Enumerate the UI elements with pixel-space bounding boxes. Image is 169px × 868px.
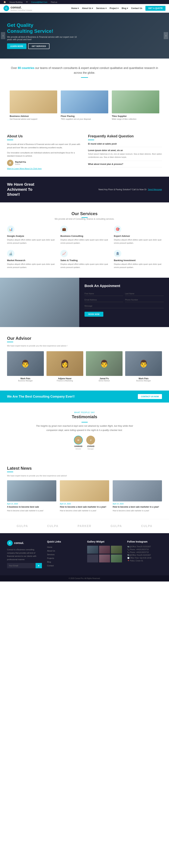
book-submit[interactable]: BOOK NOW bbox=[84, 312, 103, 317]
footer-link-4: Projects bbox=[47, 557, 82, 559]
advisor-4: 👨 Mark Pais Business Manager bbox=[125, 351, 162, 382]
logo-text: consul. bbox=[10, 6, 22, 9]
book-firstname[interactable] bbox=[84, 291, 123, 296]
book-email[interactable] bbox=[84, 298, 123, 302]
footer-link-contact[interactable]: Contact bbox=[47, 564, 54, 567]
footer-link-blog[interactable]: Blog bbox=[47, 561, 51, 563]
book-phone[interactable] bbox=[125, 298, 164, 302]
avatar-name-2: JOHNAB bbox=[86, 445, 95, 447]
hero-buttons: LEARN MORE GET SERVICES bbox=[7, 43, 77, 49]
faq-q1[interactable]: El mund sidet ut salets posit bbox=[88, 143, 162, 145]
insta-icon-2: 📷 bbox=[127, 554, 129, 556]
location-icon: 📍 bbox=[127, 560, 129, 562]
footer-subscribe-btn[interactable]: ➤ bbox=[36, 563, 42, 568]
nav-links: Home ▾ About Us ▾ Services ▾ Project ▾ B… bbox=[71, 6, 166, 11]
hero-learn-more[interactable]: LEARN MORE bbox=[7, 43, 26, 49]
footer-email-input[interactable] bbox=[7, 563, 36, 568]
gallery-thumb-6[interactable] bbox=[111, 555, 122, 562]
hero-arrow-left[interactable]: ‹ bbox=[1, 32, 5, 39]
nav-home[interactable]: Home ▾ bbox=[71, 7, 79, 9]
insta-3: 📞 Phone: +441013023719 bbox=[127, 551, 162, 553]
book-contact-row bbox=[84, 298, 164, 302]
advisor-1: 👨 Mark Pais Business Manager bbox=[7, 351, 44, 382]
insta-icon-1: 📷 bbox=[127, 546, 129, 548]
advisor-img-2: 👩 bbox=[46, 351, 83, 376]
advisor-img-3: 👨 bbox=[86, 351, 123, 376]
service-card-title-1: Business Advisor bbox=[10, 115, 57, 117]
news-desc-1: How to become a best sale marketer in a … bbox=[7, 509, 56, 512]
svc-desc-2: Dispitus aliquid officit oblites optio q… bbox=[60, 238, 108, 245]
book-lastname[interactable] bbox=[125, 291, 164, 296]
news-card-3: April 14, 2020 How to become a best sale… bbox=[113, 480, 162, 512]
faq-q2[interactable]: Lorem ipsum dolor sit amet, vix an bbox=[88, 149, 162, 152]
top-bar-email-icon: ✉ bbox=[26, 1, 28, 3]
footer-gallery-col: Gallery Widget bbox=[87, 540, 122, 568]
nav-blog[interactable]: Blog ▾ bbox=[122, 7, 128, 9]
top-bar-email[interactable]: Consul@Mail.Com bbox=[31, 1, 47, 3]
news-title: Latest News bbox=[7, 466, 162, 471]
testimonials-line bbox=[81, 422, 88, 423]
hero-title: Get Quality Consulting Service! bbox=[7, 22, 77, 34]
footer-link-projects[interactable]: Projects bbox=[47, 557, 54, 559]
insta-2: 📞 Phone: +441013023719 bbox=[127, 549, 162, 551]
about-link[interactable]: Want to Learn More About Us Click here bbox=[7, 167, 81, 169]
nav-project[interactable]: Project ▾ bbox=[110, 7, 119, 9]
testimonial-person-1[interactable]: H HANNIAB Director bbox=[74, 436, 83, 450]
footer-link-services[interactable]: Services bbox=[47, 554, 55, 556]
footer-logo: C consul. bbox=[7, 540, 42, 546]
advisor-name-3: Jamal Fu bbox=[86, 377, 123, 380]
nav-about[interactable]: About Us ▾ bbox=[82, 7, 93, 9]
gallery-thumb-4[interactable] bbox=[87, 555, 98, 562]
testimonials-title: Testimonials bbox=[14, 414, 155, 419]
footer-link-home[interactable]: Home bbox=[47, 546, 52, 548]
footer-links-list: Home About Us Services Projects Blog Con… bbox=[47, 546, 82, 567]
logo-sub: Business Consulting Company bbox=[10, 9, 32, 11]
footer-link-about[interactable]: About Us bbox=[47, 550, 55, 552]
partners-section: GULPA CULPA PARKER GULPA CULPA bbox=[0, 519, 169, 533]
our-services-sub: We provide all kind of Consulting, finan… bbox=[7, 218, 162, 220]
faq-line bbox=[88, 140, 94, 140]
best-banner: We Are The Best Consulting Company Ever!… bbox=[0, 391, 169, 403]
phone-icon-2: 📞 bbox=[127, 551, 129, 553]
hero-get-services[interactable]: GET SERVICES bbox=[28, 43, 49, 49]
about-text1: We provide all kind of Business & Financ… bbox=[7, 143, 81, 149]
news-title-3: How to become a best sale marketer in a … bbox=[113, 505, 162, 508]
achievement-title: We Have Great Achivment To Show!! bbox=[7, 182, 34, 197]
service-card-desc-1: Get financial advice and support bbox=[10, 118, 57, 120]
navbar: C consul. Business Consulting Company Ho… bbox=[0, 4, 169, 13]
svc-title-1: Google Analyze bbox=[7, 235, 55, 237]
nav-services[interactable]: Services ▾ bbox=[96, 7, 106, 9]
faq-item-3: What about invest plan & process? bbox=[88, 163, 162, 167]
phone-icon-1: 📞 bbox=[127, 549, 129, 551]
svc-icon-5: 📈 bbox=[60, 250, 68, 257]
gallery-thumb-2[interactable] bbox=[99, 546, 110, 554]
nav-contact[interactable]: Contact Us bbox=[131, 7, 142, 9]
faq-q3[interactable]: What about invest plan & process? bbox=[88, 163, 162, 165]
gallery-thumb-1[interactable] bbox=[87, 546, 98, 554]
service-card-desc-2: 7501 suppliers are at your disposal bbox=[61, 118, 108, 120]
svc-google-analyze: 📊 Google Analyze Dispitus aliquid offici… bbox=[7, 225, 55, 245]
news-grid: April 14, 2020 A business to become best… bbox=[7, 480, 162, 512]
advisor-line bbox=[7, 342, 13, 342]
testimonial-person-2[interactable]: J JOHNAB Manager bbox=[86, 436, 95, 450]
news-img-3 bbox=[113, 480, 162, 501]
gallery-thumb-3[interactable] bbox=[111, 546, 122, 554]
about-section: About Us We provide all kind of Business… bbox=[7, 134, 81, 169]
news-img-2 bbox=[60, 480, 109, 501]
our-services-section: Our Services We provide all kind of Cons… bbox=[0, 203, 169, 278]
insta-6: 📍 Police, Crown St. bbox=[127, 560, 162, 562]
news-desc-3: How to become a best safe marketer in a … bbox=[113, 509, 162, 512]
about-line bbox=[7, 140, 13, 140]
hero-arrow-right[interactable]: › bbox=[164, 32, 168, 39]
partner-4: GULPA bbox=[110, 525, 122, 528]
achievement-link[interactable]: Send Message bbox=[148, 188, 162, 191]
advisor-2: 👩 Adjane Hauer Finance & Marketing bbox=[46, 351, 83, 382]
nav-cta[interactable]: GET A QUOTE bbox=[145, 6, 166, 11]
svc-title-5: Sales & Trading bbox=[60, 259, 108, 262]
gallery-thumb-5[interactable] bbox=[99, 555, 110, 562]
footer-instagram-col: Follow Instagram 📷 @Office.Time25-010315… bbox=[127, 540, 162, 568]
book-message[interactable] bbox=[84, 304, 164, 308]
best-banner-btn[interactable]: CONTACT US NOW bbox=[138, 394, 162, 399]
svc-desc-5: Dispitus aliquid officit oblites optio q… bbox=[60, 263, 108, 269]
stats-section: Over 80 countries our teams of research … bbox=[0, 59, 169, 87]
